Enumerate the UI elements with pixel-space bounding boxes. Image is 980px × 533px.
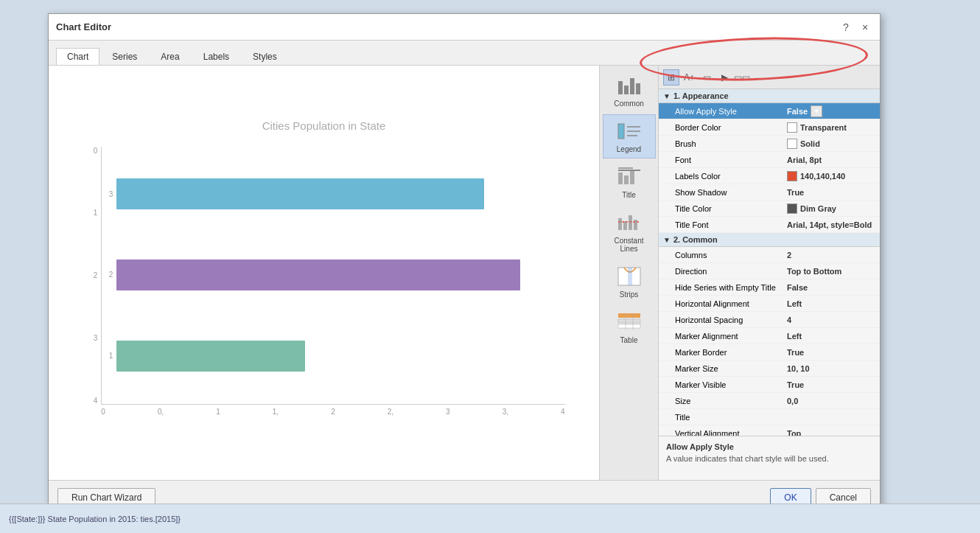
chart-container: 4 3 2 1 0 3 — [83, 147, 564, 427]
sidebar-item-strips[interactable]: Strips — [603, 259, 656, 304]
svg-rect-21 — [618, 319, 640, 323]
props-grid-btn[interactable]: ⊞ — [663, 69, 679, 86]
close-button[interactable]: × — [858, 20, 872, 35]
chart-inner: 4 3 2 1 0 3 — [83, 147, 564, 427]
constant-lines-icon — [616, 211, 643, 234]
prop-row-labels-color[interactable]: Labels Color 140,140,140 — [659, 168, 880, 184]
prop-row-allow-apply-style[interactable]: Allow Apply Style False ▼ — [659, 103, 880, 119]
prop-row-marker-visible[interactable]: Marker Visible True — [659, 377, 880, 393]
right-panel: Common Legend — [600, 66, 880, 480]
props-sort-btn[interactable]: A↑ — [681, 69, 697, 86]
chart-x-axis: 0 0, 1 1, 2 2, 3 3, 4 — [101, 405, 564, 427]
props-view1-btn[interactable]: ▭ — [699, 69, 715, 86]
svg-rect-16 — [634, 220, 637, 230]
sidebar-item-constant-lines[interactable]: Constant Lines — [603, 206, 656, 258]
prop-row-brush[interactable]: Brush Solid — [659, 136, 880, 152]
chart-plot: 3 2 1 — [101, 147, 564, 405]
strips-label: Strips — [620, 290, 639, 299]
strips-icon — [616, 265, 643, 288]
prop-row-direction[interactable]: Direction Top to Bottom — [659, 263, 880, 279]
svg-rect-2 — [630, 78, 634, 94]
common-icon — [616, 74, 643, 97]
prop-tree: ▼ 1. Appearance Allow Apply Style False … — [659, 89, 880, 436]
prop-row-vert-align[interactable]: Vertical Alignment Top — [659, 425, 880, 436]
prop-row-hide-series[interactable]: Hide Series with Empty Title False — [659, 279, 880, 296]
svg-rect-19 — [628, 268, 632, 285]
svg-rect-20 — [618, 313, 640, 318]
common-label: Common — [614, 100, 644, 108]
bar-2 — [116, 259, 519, 290]
tab-area[interactable]: Area — [150, 48, 190, 65]
brush-color-box — [787, 139, 797, 149]
svg-rect-8 — [618, 173, 623, 184]
svg-rect-22 — [618, 324, 640, 328]
props-toolbar: ⊞ A↑ ▭ ▶ ▭▭ — [659, 66, 880, 89]
chart-y-labels: 4 3 2 1 0 — [83, 147, 97, 405]
tab-chart[interactable]: Chart — [56, 48, 99, 65]
section-common[interactable]: ▼ 2. Common — [659, 233, 880, 247]
border-color-box — [787, 122, 797, 133]
bar-row-3: 3 — [102, 172, 564, 216]
prop-row-marker-border[interactable]: Marker Border True — [659, 344, 880, 360]
prop-row-font[interactable]: Font Arial, 8pt — [659, 152, 880, 168]
prop-row-size[interactable]: Size 0,0 — [659, 393, 880, 409]
bar-1 — [116, 341, 304, 372]
prop-row-title-font[interactable]: Title Font Arial, 14pt, style=Bold — [659, 217, 880, 233]
svg-rect-13 — [618, 218, 622, 230]
prop-row-show-shadow[interactable]: Show Shadow True — [659, 184, 880, 201]
section-common-label: 2. Common — [673, 235, 718, 244]
table-label: Table — [620, 336, 638, 344]
prop-row-border-color[interactable]: Border Color Transparent — [659, 119, 880, 136]
svg-rect-9 — [624, 175, 629, 184]
title-label: Title — [622, 191, 636, 199]
prop-row-title2[interactable]: Title — [659, 409, 880, 425]
sidebar-item-common[interactable]: Common — [603, 69, 656, 113]
prop-row-horiz-spacing[interactable]: Horizontal Spacing 4 — [659, 312, 880, 328]
section-appearance[interactable]: ▼ 1. Appearance — [659, 89, 880, 103]
bar-3 — [116, 178, 484, 209]
prop-name-allow-apply-style: Allow Apply Style — [663, 107, 787, 116]
sidebar-item-table[interactable]: Table — [603, 305, 656, 349]
tab-series[interactable]: Series — [101, 48, 148, 65]
sidebar-item-legend[interactable]: Legend — [603, 114, 656, 158]
section-appearance-label: 1. Appearance — [673, 91, 729, 100]
bar-row-1: 1 — [102, 334, 564, 378]
props-play-btn[interactable]: ▶ — [716, 69, 732, 86]
description-title: Allow Apply Style — [666, 442, 872, 451]
legend-label: Legend — [617, 145, 641, 153]
legend-icon — [616, 119, 643, 143]
dialog-title: Chart Editor — [56, 21, 111, 32]
prop-val-allow-apply-style: False ▼ — [787, 105, 875, 117]
table-icon — [616, 310, 643, 334]
bar-row-2: 2 — [102, 253, 564, 297]
status-bar: {{[State:]}} State Population in 2015: t… — [0, 504, 980, 533]
svg-rect-3 — [636, 83, 640, 94]
svg-rect-1 — [624, 86, 629, 94]
chart-title: Cities Population in State — [262, 119, 386, 132]
properties-panel: ⊞ A↑ ▭ ▶ ▭▭ ▼ 1. Appearance Allow Apply — [659, 66, 880, 480]
tab-labels[interactable]: Labels — [192, 48, 240, 65]
status-text: {{[State:]}} State Population in 2015: t… — [9, 515, 181, 523]
prop-row-horiz-align[interactable]: Horizontal Alignment Left — [659, 296, 880, 312]
prop-row-marker-size[interactable]: Marker Size 10, 10 — [659, 360, 880, 377]
prop-dropdown-allow-apply-style[interactable]: ▼ — [811, 105, 822, 117]
prop-row-columns[interactable]: Columns 2 — [659, 247, 880, 263]
prop-row-title-color[interactable]: Title Color Dim Gray — [659, 201, 880, 217]
icon-sidebar: Common Legend — [600, 66, 659, 480]
chart-editor-dialog: Chart Editor ? × Chart Series Area Label… — [48, 13, 881, 515]
constant-lines-label: Constant Lines — [606, 237, 652, 253]
prop-row-marker-align[interactable]: Marker Alignment Left — [659, 328, 880, 344]
chart-area: Cities Population in State 4 3 2 1 0 3 — [49, 66, 600, 480]
title-color-box — [787, 203, 797, 214]
title-bar-controls: ? × — [839, 20, 872, 35]
svg-rect-0 — [618, 81, 623, 94]
help-button[interactable]: ? — [839, 20, 853, 35]
svg-rect-15 — [629, 215, 632, 230]
props-view2-btn[interactable]: ▭▭ — [734, 69, 750, 86]
description-text: A value indicates that chart style will … — [666, 454, 872, 463]
tab-bar: Chart Series Area Labels Styles — [49, 41, 880, 66]
tab-styles[interactable]: Styles — [242, 48, 288, 65]
content-area: Cities Population in State 4 3 2 1 0 3 — [49, 66, 880, 480]
svg-rect-4 — [618, 124, 624, 139]
sidebar-item-title[interactable]: Title — [603, 160, 656, 204]
